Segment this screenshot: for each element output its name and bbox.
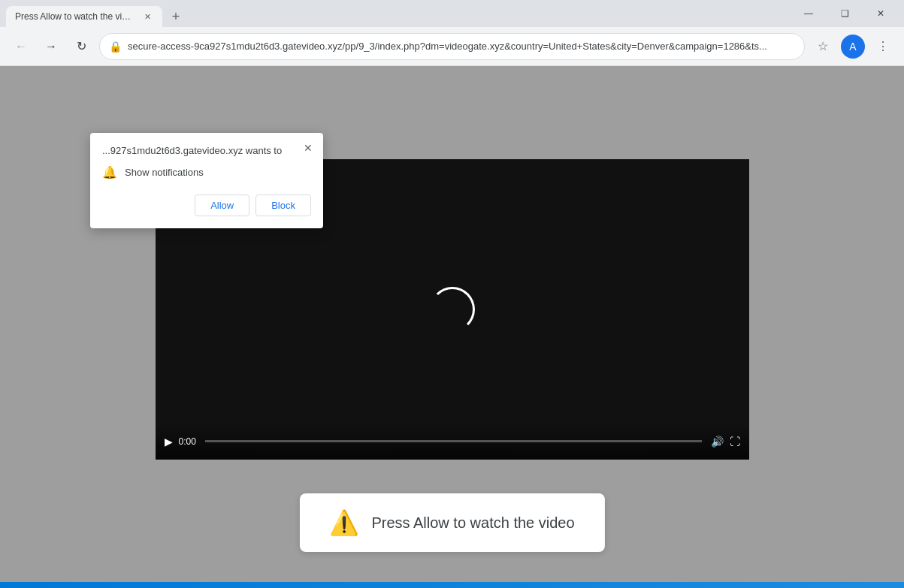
volume-button[interactable]: 🔊	[711, 436, 724, 448]
tab-title: Press Allow to watch the video	[15, 11, 135, 22]
popup-site-text: ...927s1mdu2t6d3.gatevideo.xyz wants to	[102, 145, 311, 156]
menu-button[interactable]: ⋮	[871, 35, 895, 59]
taskbar	[0, 582, 904, 588]
tab-bar: Press Allow to watch the video ✕ +	[6, 0, 788, 27]
window-controls: — ❑ ✕	[791, 2, 898, 26]
back-button[interactable]: ←	[9, 35, 33, 59]
popup-permission-row: 🔔 Show notifications	[102, 165, 311, 179]
active-tab[interactable]: Press Allow to watch the video ✕	[6, 6, 162, 27]
banner-text: Press Allow to watch the video	[371, 514, 574, 532]
permission-label: Show notifications	[125, 167, 204, 178]
notification-popup: ✕ ...927s1mdu2t6d3.gatevideo.xyz wants t…	[90, 133, 323, 228]
forward-button[interactable]: →	[39, 35, 63, 59]
loading-spinner	[430, 287, 475, 332]
video-time: 0:00	[179, 436, 196, 447]
url-text: secure-access-9ca927s1mdu2t6d3.gatevideo…	[128, 41, 795, 52]
block-button[interactable]: Block	[255, 194, 311, 216]
url-bar[interactable]: 🔒 secure-access-9ca927s1mdu2t6d3.gatevid…	[99, 33, 805, 60]
popup-close-button[interactable]: ✕	[299, 139, 317, 157]
new-tab-button[interactable]: +	[165, 6, 186, 27]
profile-button[interactable]: A	[841, 35, 865, 59]
popup-buttons: Allow Block	[102, 194, 311, 216]
progress-bar[interactable]	[205, 440, 702, 442]
lock-icon: 🔒	[109, 41, 122, 53]
bookmark-button[interactable]: ☆	[811, 35, 835, 59]
title-bar: Press Allow to watch the video ✕ + — ❑ ✕	[0, 0, 904, 27]
press-allow-banner: ⚠️ Press Allow to watch the video	[299, 493, 604, 552]
allow-button[interactable]: Allow	[195, 194, 249, 216]
browser-window: Press Allow to watch the video ✕ + — ❑ ✕…	[0, 0, 904, 588]
maximize-button[interactable]: ❑	[827, 2, 862, 26]
refresh-button[interactable]: ↻	[69, 35, 93, 59]
page-content: ✕ ...927s1mdu2t6d3.gatevideo.xyz wants t…	[0, 66, 904, 582]
video-controls: ▶ 0:00 🔊 ⛶	[156, 424, 749, 460]
minimize-button[interactable]: —	[791, 2, 826, 26]
tab-close-button[interactable]: ✕	[141, 11, 153, 23]
play-button[interactable]: ▶	[165, 436, 173, 448]
fullscreen-button[interactable]: ⛶	[730, 436, 740, 448]
bell-icon: 🔔	[102, 165, 117, 179]
warning-icon: ⚠️	[329, 508, 359, 537]
close-button[interactable]: ✕	[863, 2, 898, 26]
address-bar: ← → ↻ 🔒 secure-access-9ca927s1mdu2t6d3.g…	[0, 27, 904, 66]
